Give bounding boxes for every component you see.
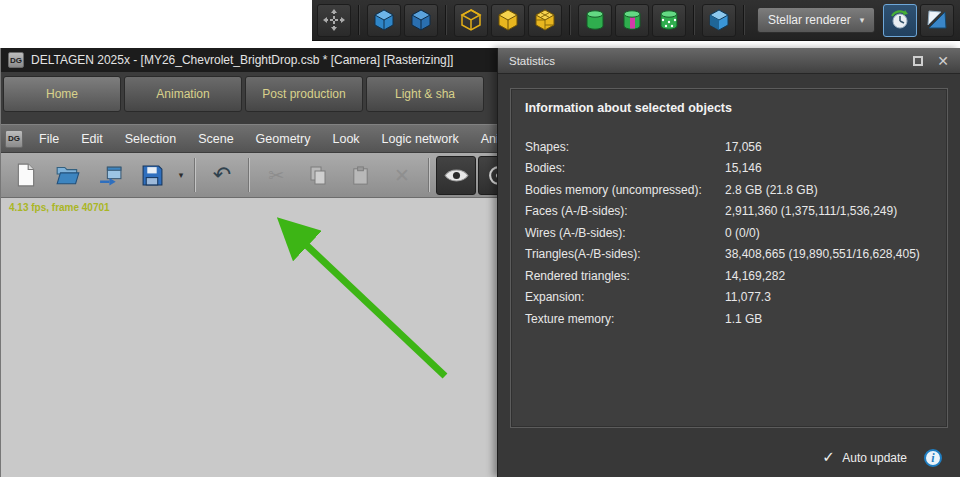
stat-value: 1.1 GB [725, 312, 762, 326]
cube-wireframe-yellow-icon [459, 8, 483, 32]
cube-solid-yellow-icon [496, 8, 520, 32]
statistics-frame: Information about selected objects Shape… [510, 88, 948, 428]
renderer-dropdown-label: Stellar renderer [768, 13, 851, 27]
transform-manipulator-icon [323, 9, 345, 31]
statistics-heading: Information about selected objects [525, 101, 933, 115]
toolbar-separator [693, 5, 695, 35]
cylinder-vertices-green-button[interactable] [652, 4, 686, 37]
stat-value: 15,146 [725, 161, 762, 175]
texture-mapping-icon [925, 8, 949, 32]
ribbon-tab-home[interactable]: Home [3, 76, 121, 112]
cube-lattice-yellow-button[interactable] [528, 4, 562, 37]
save-icon [141, 164, 164, 187]
delete-button[interactable]: ✕ [382, 156, 422, 195]
float-panel-icon [913, 56, 923, 66]
open-file-button[interactable] [48, 156, 88, 195]
menu-look[interactable]: Look [321, 125, 370, 152]
save-options-button[interactable]: ▾ [174, 156, 188, 195]
visibility-button[interactable] [436, 156, 476, 195]
menu-items: FileEditSelectionSceneGeometryLookLogic … [28, 125, 533, 152]
cube-lattice-yellow-icon [533, 8, 557, 32]
stat-row-shapes: Shapes:17,056 [525, 136, 933, 158]
cube-solid-blue-icon [372, 8, 396, 32]
stat-row-faces-a-b-sides: Faces (A-/B-sides):2,911,360 (1,375,111/… [525, 201, 933, 223]
turntable-button[interactable] [883, 4, 917, 37]
turntable-icon [888, 8, 912, 32]
texture-mapping-button[interactable] [920, 4, 954, 37]
open-file-icon [55, 164, 81, 186]
stat-label: Texture memory: [525, 312, 725, 326]
menu-file[interactable]: File [28, 125, 70, 152]
copy-button[interactable] [298, 156, 338, 195]
stat-label: Faces (A-/B-sides): [525, 204, 725, 218]
menu-app-icon[interactable]: DG [5, 130, 23, 148]
cube-shaded-blue-button[interactable] [702, 4, 736, 37]
cut-scissors-icon: ✂ [268, 166, 284, 185]
stat-row-bodies: Bodies:15,146 [525, 158, 933, 180]
cube-solid-blue-button[interactable] [367, 4, 401, 37]
float-panel-button[interactable] [913, 56, 923, 66]
menu-edit[interactable]: Edit [70, 125, 114, 152]
toolbar-separator [358, 5, 360, 35]
undo-button[interactable]: ↶ [202, 156, 242, 195]
ribbon-tab-animation[interactable]: Animation [124, 76, 242, 112]
delete-x-icon: ✕ [394, 166, 410, 185]
fps-counter: 4.13 fps, frame 40701 [9, 202, 110, 213]
menu-geometry[interactable]: Geometry [245, 125, 322, 152]
toolbar-separator [743, 5, 745, 35]
menu-logic-network[interactable]: Logic network [371, 125, 470, 152]
close-panel-button[interactable]: ✕ [937, 54, 949, 68]
save-button[interactable] [132, 156, 172, 195]
cylinder-solid-green-button[interactable] [578, 4, 612, 37]
statistics-panel-title: Statistics [509, 55, 899, 67]
stats-rows: Shapes:17,056Bodies:15,146Bodies memory … [525, 136, 933, 330]
stat-label: Shapes: [525, 140, 725, 154]
stat-value: 0 (0/0) [725, 226, 760, 240]
statistics-titlebar[interactable]: Statistics ✕ [498, 48, 960, 74]
chevron-down-icon: ▾ [860, 15, 865, 25]
stat-value: 11,077.3 [725, 290, 771, 304]
statistics-footer: Auto update i [822, 449, 942, 467]
paste-button[interactable] [340, 156, 380, 195]
ribbon-tab-post-production[interactable]: Post production [245, 76, 363, 112]
cylinder-material-green-icon [620, 8, 644, 32]
ribbon-tab-light-sha[interactable]: Light & sha [366, 76, 484, 112]
cube-solid-yellow-button[interactable] [491, 4, 525, 37]
menu-scene[interactable]: Scene [187, 125, 244, 152]
new-file-icon [15, 163, 37, 187]
close-icon: ✕ [937, 54, 949, 68]
cube-shaded-blue-icon [707, 8, 731, 32]
renderer-dropdown[interactable]: Stellar renderer ▾ [757, 7, 875, 33]
cylinder-solid-green-icon [583, 8, 607, 32]
cube-wireframe-yellow-button[interactable] [454, 4, 488, 37]
stat-value: 2,911,360 (1,375,111/1,536,249) [725, 204, 897, 218]
import-reference-button[interactable] [90, 156, 130, 195]
auto-update-checkbox[interactable] [822, 451, 835, 465]
global-toolbar: Stellar renderer ▾ [312, 0, 960, 41]
eye-icon [444, 167, 469, 184]
stat-label: Rendered triangles: [525, 269, 725, 283]
stat-label: Wires (A-/B-sides): [525, 226, 725, 240]
cylinder-material-green-button[interactable] [615, 4, 649, 37]
cube-move-blue-button[interactable] [404, 4, 438, 37]
undo-icon: ↶ [213, 164, 231, 186]
transform-manipulator-button[interactable] [317, 4, 351, 37]
stat-row-expansion: Expansion:11,077.3 [525, 287, 933, 309]
chevron-down-icon: ▾ [179, 170, 184, 180]
toolbar-separator [194, 158, 196, 192]
window-title: DELTAGEN 2025x - [MY26_Chevrolet_BrightD… [31, 53, 453, 67]
info-icon[interactable]: i [924, 449, 942, 467]
toolbar-separator [428, 158, 430, 192]
statistics-panel: Statistics ✕ Information about selected … [497, 48, 960, 477]
auto-update-label: Auto update [842, 451, 907, 465]
menu-selection[interactable]: Selection [114, 125, 187, 152]
app-logo-icon: DG [8, 52, 24, 68]
new-file-button[interactable] [6, 156, 46, 195]
stat-label: Bodies memory (uncompressed): [525, 183, 725, 197]
cut-button[interactable]: ✂ [256, 156, 296, 195]
cylinder-vertices-green-icon [657, 8, 681, 32]
stat-value: 14,169,282 [725, 269, 785, 283]
stat-row-triangles-a-b-sides: Triangles(A-/B-sides):38,408,665 (19,890… [525, 244, 933, 266]
stat-value: 2.8 GB (21.8 GB) [725, 183, 818, 197]
toolbar-separator [445, 5, 447, 35]
